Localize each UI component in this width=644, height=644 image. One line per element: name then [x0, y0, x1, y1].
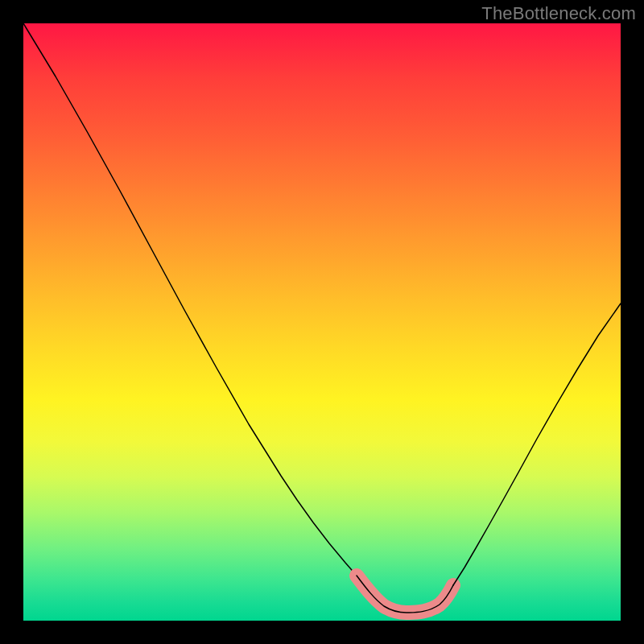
curve-svg: [23, 23, 621, 621]
curve-left-branch: [23, 23, 357, 576]
watermark-text: TheBottleneck.com: [481, 3, 636, 24]
chart-frame: TheBottleneck.com: [0, 0, 644, 644]
curve-right-branch: [453, 303, 621, 585]
plot-area: [23, 23, 621, 621]
